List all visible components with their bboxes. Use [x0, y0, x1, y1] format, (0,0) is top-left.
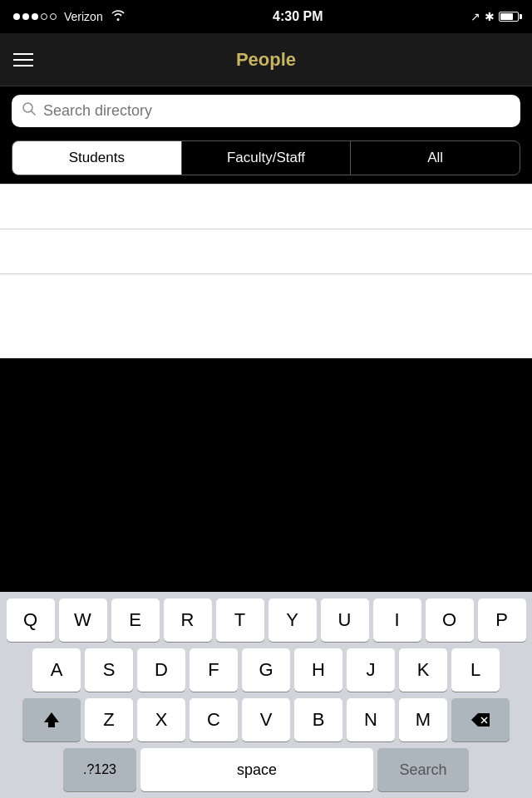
- search-container: [0, 86, 532, 135]
- tab-students[interactable]: Students: [12, 141, 182, 175]
- key-t[interactable]: T: [216, 598, 264, 642]
- hamburger-line3: [13, 65, 33, 66]
- key-row-3: Z X C V B N M: [3, 698, 529, 741]
- key-m[interactable]: M: [399, 698, 447, 741]
- space-key[interactable]: space: [140, 748, 373, 791]
- key-row-1: Q W E R T Y U I O P: [3, 598, 529, 642]
- key-i[interactable]: I: [373, 598, 421, 642]
- list-row-1: [0, 185, 532, 229]
- tab-group: Students Faculty/Staff All: [12, 140, 520, 175]
- key-row-2: A S D F G H J K L: [3, 648, 529, 692]
- key-u[interactable]: U: [321, 598, 369, 642]
- shift-key[interactable]: [22, 698, 81, 741]
- key-e[interactable]: E: [111, 598, 160, 642]
- search-key[interactable]: Search: [377, 748, 469, 791]
- list-row-2: [0, 229, 532, 273]
- page-title: People: [236, 49, 296, 71]
- key-z[interactable]: Z: [85, 698, 133, 741]
- key-g[interactable]: G: [242, 648, 290, 692]
- tab-all[interactable]: All: [351, 141, 520, 175]
- status-left: Verizon: [13, 9, 126, 24]
- hamburger-line2: [13, 59, 33, 61]
- key-s[interactable]: S: [85, 648, 133, 692]
- tab-container: Students Faculty/Staff All: [0, 135, 532, 184]
- key-j[interactable]: J: [347, 648, 395, 692]
- search-input[interactable]: [43, 102, 510, 120]
- key-v[interactable]: V: [242, 698, 290, 741]
- key-k[interactable]: K: [399, 648, 447, 692]
- dot3: [32, 13, 38, 20]
- key-row-4: .?123 space Search: [3, 748, 529, 791]
- hamburger-line1: [13, 53, 33, 55]
- content-area: [0, 184, 532, 358]
- key-d[interactable]: D: [137, 648, 185, 692]
- key-o[interactable]: O: [426, 598, 474, 642]
- signal-dots: [13, 13, 57, 20]
- dot4: [41, 13, 47, 20]
- dot1: [13, 13, 20, 20]
- key-p[interactable]: P: [478, 598, 526, 642]
- tab-faculty[interactable]: Faculty/Staff: [182, 141, 352, 175]
- num-key[interactable]: .?123: [63, 748, 136, 791]
- key-f[interactable]: F: [190, 648, 238, 692]
- status-time: 4:30 PM: [273, 9, 323, 24]
- key-n[interactable]: N: [347, 698, 395, 741]
- battery-icon: [499, 12, 519, 22]
- location-icon: ↗: [470, 10, 480, 23]
- status-bar: Verizon 4:30 PM ↗ ✱: [0, 0, 532, 33]
- carrier-label: Verizon: [64, 10, 103, 23]
- key-h[interactable]: H: [294, 648, 342, 692]
- backspace-key[interactable]: [451, 698, 510, 741]
- key-r[interactable]: R: [164, 598, 212, 642]
- svg-line-1: [32, 111, 36, 116]
- key-b[interactable]: B: [294, 698, 342, 741]
- key-a[interactable]: A: [32, 648, 81, 692]
- key-q[interactable]: Q: [7, 598, 55, 642]
- key-l[interactable]: L: [451, 648, 500, 692]
- dot2: [22, 13, 29, 20]
- status-right: ↗ ✱: [470, 10, 519, 23]
- key-x[interactable]: X: [137, 698, 185, 741]
- nav-bar: People: [0, 33, 532, 86]
- key-w[interactable]: W: [59, 598, 107, 642]
- search-bar[interactable]: [12, 95, 520, 127]
- dot5: [50, 13, 57, 20]
- svg-marker-2: [44, 712, 59, 727]
- keyboard: Q W E R T Y U I O P A S D F G H J K L Z …: [0, 592, 532, 798]
- menu-button[interactable]: [13, 53, 33, 66]
- key-c[interactable]: C: [190, 698, 238, 741]
- search-icon: [22, 101, 37, 121]
- list-row-3: [0, 274, 532, 318]
- bluetooth-icon: ✱: [485, 10, 495, 23]
- wifi-icon: [111, 9, 126, 24]
- key-y[interactable]: Y: [268, 598, 317, 642]
